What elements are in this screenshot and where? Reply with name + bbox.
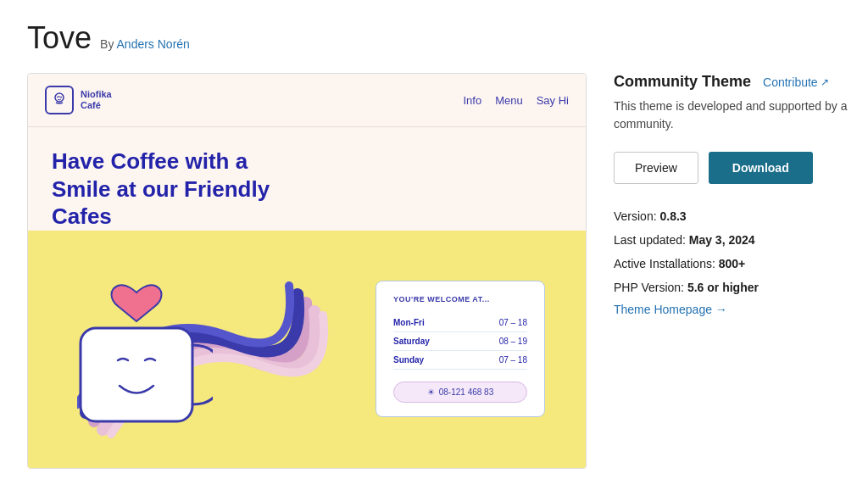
svg-point-1 xyxy=(57,97,58,98)
updated-row: Last updated: May 3, 2024 xyxy=(614,228,851,252)
php-label: PHP Version: xyxy=(614,281,684,294)
phone-number: 08-121 468 83 xyxy=(439,387,494,397)
day-sunday: Sunday xyxy=(393,355,424,365)
hero-text: Have Coffee with a Smile at our Friendly… xyxy=(52,148,289,231)
php-value: 5.6 or higher xyxy=(687,281,759,294)
theme-by: By Anders Norén xyxy=(100,37,190,51)
day-saturday: Saturday xyxy=(393,337,430,346)
community-desc: This theme is developed and supported by… xyxy=(614,97,851,133)
community-title: Community Theme xyxy=(614,73,751,91)
community-header: Community Theme Contribute xyxy=(614,73,851,91)
logo-icon xyxy=(45,86,74,114)
updated-label: Last updated: xyxy=(614,233,686,247)
nav-info[interactable]: Info xyxy=(463,94,481,107)
theme-preview: NiofikaCafé Info Menu Say Hi Have Coffee… xyxy=(27,73,587,469)
info-card-title: YOU'RE WELCOME AT... xyxy=(393,295,527,304)
time-monFri: 07 – 18 xyxy=(499,318,527,327)
preview-nav-links: Info Menu Say Hi xyxy=(463,94,569,107)
page-header: Tove By Anders Norén xyxy=(27,20,841,56)
svg-point-2 xyxy=(60,97,62,98)
main-content: NiofikaCafé Info Menu Say Hi Have Coffee… xyxy=(27,73,841,469)
author-link[interactable]: Anders Norén xyxy=(117,37,190,51)
phone-emoji: ☀ xyxy=(427,387,435,397)
info-row-monfri: Mon-Fri 07 – 18 xyxy=(393,314,527,332)
meta-info: Version: 0.8.3 Last updated: May 3, 2024… xyxy=(614,204,851,299)
theme-title: Tove xyxy=(27,20,92,56)
time-sunday: 07 – 18 xyxy=(499,355,527,365)
version-label: Version: xyxy=(614,209,657,223)
php-row: PHP Version: 5.6 or higher xyxy=(614,276,851,299)
button-row: Preview Download xyxy=(614,152,851,184)
day-monFri: Mon-Fri xyxy=(393,318,425,327)
preview-logo: NiofikaCafé xyxy=(45,86,112,114)
installs-row: Active Installations: 800+ xyxy=(614,252,851,276)
nav-menu[interactable]: Menu xyxy=(495,94,523,107)
info-card: YOU'RE WELCOME AT... Mon-Fri 07 – 18 Sat… xyxy=(376,281,545,417)
logo-text: NiofikaCafé xyxy=(81,89,112,111)
installs-label: Active Installations: xyxy=(614,257,715,270)
time-saturday: 08 – 19 xyxy=(499,337,527,346)
by-label: By xyxy=(100,37,114,51)
info-row-sunday: Sunday 07 – 18 xyxy=(393,351,527,370)
installs-value: 800+ xyxy=(719,257,746,270)
version-row: Version: 0.8.3 xyxy=(614,204,851,228)
theme-homepage-link[interactable]: Theme Homepage → xyxy=(614,303,727,316)
updated-value: May 3, 2024 xyxy=(689,233,755,247)
preview-illustration: YOU'RE WELCOME AT... Mon-Fri 07 – 18 Sat… xyxy=(28,231,586,468)
info-row-saturday: Saturday 08 – 19 xyxy=(393,332,527,351)
preview-nav: NiofikaCafé Info Menu Say Hi xyxy=(28,74,586,127)
info-card-phone: ☀ 08-121 468 83 xyxy=(393,382,527,403)
right-panel: Community Theme Contribute This theme is… xyxy=(614,73,851,317)
nav-sayhi[interactable]: Say Hi xyxy=(537,94,569,107)
contribute-link[interactable]: Contribute xyxy=(763,75,829,89)
download-button[interactable]: Download xyxy=(709,152,813,184)
svg-rect-3 xyxy=(81,328,192,421)
preview-button[interactable]: Preview xyxy=(614,152,698,184)
version-value: 0.8.3 xyxy=(659,209,686,223)
preview-hero: Have Coffee with a Smile at our Friendly… xyxy=(28,127,586,231)
